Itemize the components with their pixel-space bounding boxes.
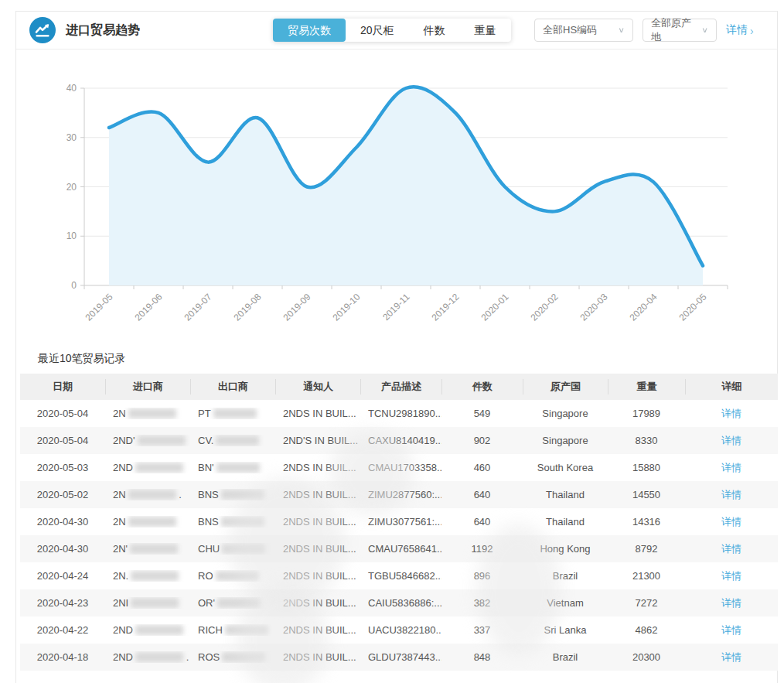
cell-exporter: CV.: [190, 435, 275, 446]
cell-importer: 2ND .: [105, 651, 190, 663]
column-header-2: 出口商: [190, 379, 275, 394]
row-detail-link[interactable]: 详情: [721, 516, 741, 528]
cell-importer: 2N: [105, 408, 190, 419]
column-header-8: 详细: [685, 379, 778, 394]
x-tick-label: 2019-08: [231, 291, 263, 323]
row-detail-link[interactable]: 详情: [721, 651, 741, 663]
column-header-5: 件数: [441, 379, 523, 394]
cell-product: TGBU5846682...: [360, 570, 441, 582]
row-detail-link[interactable]: 详情: [721, 570, 741, 582]
cell-importer: 2N': [105, 543, 190, 555]
detail-link[interactable]: 详情 ›: [726, 23, 754, 37]
header-filters: 全部HS编码 ∨ 全部原产地 ∨ 详情 ›: [534, 19, 754, 42]
cell-exporter: CHU: [190, 543, 275, 555]
cell-pieces: 382: [441, 597, 523, 609]
cell-pieces: 848: [441, 651, 523, 663]
cell-origin: Sri Lanka: [523, 624, 608, 636]
redacted-text: [130, 544, 178, 554]
redacted-text: [216, 463, 260, 473]
row-detail-link[interactable]: 详情: [721, 543, 741, 555]
cell-product: CAXU8140419...: [360, 435, 441, 446]
cell-pieces: 640: [441, 516, 523, 528]
redacted-text: [131, 571, 179, 581]
table-row: 2020-05-042NPT2NDS IN BUIL...TCNU2981890…: [20, 400, 778, 427]
row-detail-link[interactable]: 详情: [721, 408, 741, 419]
table-row: 2020-04-302NBNS2NDS IN BUIL...ZIMU307756…: [20, 508, 778, 535]
cell-date: 2020-04-30: [20, 516, 105, 528]
cell-exporter: RO: [190, 570, 275, 582]
cell-product: ZIMU3077561:...: [360, 516, 441, 528]
cell-pieces: 896: [441, 570, 523, 582]
cell-detail: 详情: [685, 569, 778, 583]
cell-importer: 2ND: [105, 462, 190, 473]
cell-date: 2020-05-03: [20, 462, 105, 473]
cell-date: 2020-05-04: [20, 408, 105, 419]
cell-origin: Singapore: [523, 435, 608, 446]
tab-0[interactable]: 贸易次数: [273, 19, 346, 42]
chevron-right-icon: ›: [750, 24, 754, 37]
row-detail-link[interactable]: 详情: [721, 462, 741, 473]
hs-code-select[interactable]: 全部HS编码 ∨: [534, 19, 633, 42]
cell-pieces: 1192: [441, 543, 523, 555]
cell-weight: 17989: [608, 408, 685, 419]
cell-exporter: PT: [190, 408, 275, 419]
column-header-1: 进口商: [105, 379, 190, 394]
cell-detail: 详情: [685, 407, 778, 421]
redacted-text: [217, 598, 261, 608]
tab-1[interactable]: 20尺柜: [346, 19, 409, 42]
cell-notify: 2ND'S IN BUIL...: [275, 435, 360, 446]
cell-notify: 2NDS IN BUIL...: [275, 489, 360, 500]
cell-importer: 2ND: [105, 624, 190, 636]
cell-exporter: ROS: [190, 651, 275, 663]
redacted-text: [135, 625, 183, 635]
x-tick-label: 2019-09: [281, 291, 312, 323]
cell-exporter: BNS: [190, 516, 275, 528]
cell-origin: South Korea: [523, 462, 608, 473]
column-header-3: 通知人: [275, 379, 360, 394]
table-title: 最近10笔贸易记录: [38, 352, 126, 366]
row-detail-link[interactable]: 详情: [721, 597, 741, 609]
row-detail-link[interactable]: 详情: [721, 435, 741, 446]
cell-notify: 2NDS IN BUIL...: [275, 408, 360, 419]
cell-detail: 详情: [685, 651, 778, 664]
cell-origin: Singapore: [523, 408, 608, 419]
cell-notify: 2NDS IN BUIL...: [275, 651, 360, 663]
y-tick-label: 20: [66, 182, 77, 193]
cell-date: 2020-05-04: [20, 435, 105, 446]
cell-product: CMAU1703358...: [360, 462, 441, 473]
trend-chart: 0102030402019-052019-062019-072019-08201…: [16, 49, 779, 352]
cell-exporter: RICH: [190, 624, 275, 636]
cell-detail: 详情: [685, 515, 778, 529]
cell-weight: 14316: [608, 516, 685, 528]
cell-importer: 2N: [105, 516, 190, 528]
x-tick-label: 2019-11: [380, 291, 412, 323]
column-header-7: 重量: [608, 379, 685, 394]
cell-notify: 2NDS IN BUIL...: [275, 516, 360, 528]
row-detail-link[interactable]: 详情: [721, 624, 741, 636]
table-row: 2020-04-182ND .ROS2NDS IN BUIL...GLDU738…: [20, 644, 778, 671]
column-header-0: 日期: [20, 379, 105, 394]
x-tick-label: 2020-03: [578, 291, 609, 323]
cell-weight: 7272: [608, 597, 685, 609]
cell-date: 2020-04-24: [20, 570, 105, 582]
x-tick-label: 2019-10: [330, 291, 362, 323]
redacted-text: [222, 544, 265, 554]
cell-date: 2020-04-30: [20, 543, 105, 555]
redacted-text: [216, 435, 259, 446]
redacted-text: [221, 490, 264, 500]
table-header-row: 日期进口商出口商通知人产品描述件数原产国重量详细: [20, 374, 778, 400]
x-tick-label: 2019-12: [429, 291, 461, 323]
origin-select[interactable]: 全部原产地 ∨: [643, 19, 717, 42]
cell-weight: 4862: [608, 624, 685, 636]
cell-pieces: 640: [441, 489, 523, 500]
cell-product: ZIMU2877560:...: [360, 489, 441, 500]
cell-exporter: BNS: [190, 489, 275, 500]
tab-2[interactable]: 件数: [409, 19, 460, 42]
tab-3[interactable]: 重量: [460, 19, 511, 42]
table-row: 2020-05-032NDBN'2NDS IN BUIL...CMAU17033…: [20, 454, 778, 481]
cell-date: 2020-04-18: [20, 651, 105, 663]
row-detail-link[interactable]: 详情: [721, 489, 741, 500]
redacted-text: [128, 490, 176, 500]
x-tick-label: 2020-04: [627, 291, 659, 323]
cell-pieces: 460: [441, 462, 523, 473]
